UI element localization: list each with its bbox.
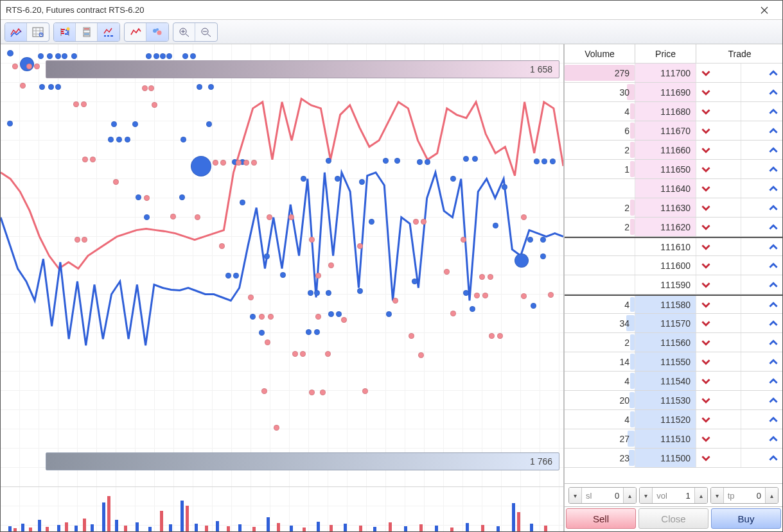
dom-sell-cell[interactable] xyxy=(696,141,741,159)
time-grid-button[interactable] xyxy=(27,23,49,41)
sell-bubble xyxy=(300,351,306,357)
buy-bubble xyxy=(180,137,186,142)
dom-buy-cell[interactable] xyxy=(741,238,782,255)
dom-buy-cell[interactable] xyxy=(741,121,782,140)
dom-sell-cell[interactable] xyxy=(696,83,741,101)
vol-increment-button[interactable]: ▴ xyxy=(694,488,707,503)
dom-buy-cell[interactable] xyxy=(741,449,782,467)
sell-bubble xyxy=(220,160,226,166)
dom-row[interactable]: 6111670 xyxy=(565,121,782,141)
dom-sell-cell[interactable] xyxy=(696,275,741,294)
dom-buy-cell[interactable] xyxy=(741,160,782,178)
dom-buy-cell[interactable] xyxy=(741,410,782,429)
dom-row[interactable]: 111600 xyxy=(565,256,782,275)
dom-buy-cell[interactable] xyxy=(741,333,782,352)
sell-button[interactable]: Sell xyxy=(566,508,636,529)
dom-buy-cell[interactable] xyxy=(741,275,782,294)
dom-buy-cell[interactable] xyxy=(741,372,782,390)
dom-sell-cell[interactable] xyxy=(696,160,741,178)
dom-row[interactable]: 4111540 xyxy=(565,372,782,391)
dom-row[interactable]: 23111500 xyxy=(565,449,782,468)
dom-row[interactable]: 1111650 xyxy=(565,160,782,179)
tick-chart-button[interactable] xyxy=(5,23,27,41)
dom-buy-cell[interactable] xyxy=(741,198,782,217)
vol-spinner[interactable]: ▾ vol1 ▴ xyxy=(639,487,707,504)
depth-bars-button[interactable] xyxy=(54,23,76,41)
vol-decrement-button[interactable]: ▾ xyxy=(640,488,653,503)
dom-row[interactable]: 4111580 xyxy=(565,295,782,314)
dom-row[interactable]: 27111510 xyxy=(565,429,782,449)
dom-sell-cell[interactable] xyxy=(696,238,741,255)
dom-sell-cell[interactable] xyxy=(696,102,741,121)
zoom-out-button[interactable] xyxy=(195,23,217,41)
dom-sell-cell[interactable] xyxy=(696,314,741,332)
dom-buy-cell[interactable] xyxy=(741,296,782,313)
buy-button[interactable]: Buy xyxy=(711,508,781,529)
window-close-button[interactable] xyxy=(752,1,777,19)
dom-sell-cell[interactable] xyxy=(696,372,741,390)
dom-row[interactable]: 2111560 xyxy=(565,333,782,352)
dom-buy-cell[interactable] xyxy=(741,141,782,159)
dom-price-cell: 111690 xyxy=(635,83,696,101)
dom-row[interactable]: 4111680 xyxy=(565,102,782,121)
zoom-in-button[interactable] xyxy=(173,23,195,41)
chevron-down-icon xyxy=(701,107,710,116)
dom-buy-cell[interactable] xyxy=(741,352,782,371)
dom-buy-cell[interactable] xyxy=(741,256,782,275)
dom-price-cell: 111600 xyxy=(635,256,696,275)
dom-row[interactable]: 2111630 xyxy=(565,198,782,218)
tp-decrement-button[interactable]: ▾ xyxy=(711,488,724,503)
dom-buy-cell[interactable] xyxy=(741,391,782,409)
dom-row[interactable]: 20111530 xyxy=(565,391,782,410)
dom-row[interactable]: 111610 xyxy=(565,237,782,256)
dom-buy-cell[interactable] xyxy=(741,179,782,198)
dom-sell-cell[interactable] xyxy=(696,449,741,467)
dom-sell-cell[interactable] xyxy=(696,121,741,140)
bubble-trades-button[interactable] xyxy=(146,23,168,41)
dom-sell-cell[interactable] xyxy=(696,333,741,352)
dom-sell-cell[interactable] xyxy=(696,391,741,409)
dom-sell-cell[interactable] xyxy=(696,198,741,217)
dom-row[interactable]: 30111690 xyxy=(565,83,782,102)
dom-row[interactable]: 111640 xyxy=(565,179,782,198)
dom-row[interactable]: 2111620 xyxy=(565,218,782,237)
dom-sell-cell[interactable] xyxy=(696,256,741,275)
dom-volume-cell: 23 xyxy=(565,449,635,467)
indicators-icon xyxy=(103,27,114,37)
indicators-button[interactable] xyxy=(98,23,119,41)
dom-buy-cell[interactable] xyxy=(741,218,782,236)
sl-decrement-button[interactable]: ▾ xyxy=(569,488,582,503)
dom-sell-cell[interactable] xyxy=(696,352,741,371)
dom-sell-cell[interactable] xyxy=(696,296,741,313)
dom-row[interactable]: 14111550 xyxy=(565,352,782,372)
sl-increment-button[interactable]: ▴ xyxy=(623,488,636,503)
tp-increment-button[interactable]: ▴ xyxy=(765,488,778,503)
dom-buy-cell[interactable] xyxy=(741,64,782,82)
dom-row[interactable]: 2111660 xyxy=(565,141,782,160)
buy-bubble xyxy=(39,84,45,90)
depth-ladder-button[interactable] xyxy=(76,23,98,41)
dom-price-cell: 111680 xyxy=(635,102,696,121)
dom-buy-cell[interactable] xyxy=(741,102,782,121)
sell-bubble xyxy=(418,352,424,358)
dom-buy-cell[interactable] xyxy=(741,429,782,448)
dom-sell-cell[interactable] xyxy=(696,64,741,82)
tp-spinner[interactable]: ▾ tp0 ▴ xyxy=(710,487,779,504)
volume-bar xyxy=(65,522,68,531)
dom-sell-cell[interactable] xyxy=(696,429,741,448)
chart-pane[interactable]: 1 658 1 766 xyxy=(1,44,564,531)
dom-row[interactable]: 4111520 xyxy=(565,410,782,429)
sl-spinner[interactable]: ▾ sl0 ▴ xyxy=(568,487,637,504)
dom-row[interactable]: 34111570 xyxy=(565,314,782,333)
dom-sell-cell[interactable] xyxy=(696,179,741,198)
dom-sell-cell[interactable] xyxy=(696,218,741,236)
dom-buy-cell[interactable] xyxy=(741,314,782,332)
single-line-button[interactable] xyxy=(125,23,146,41)
dom-row[interactable]: 279111700 xyxy=(565,64,782,83)
close-position-button[interactable]: Close xyxy=(638,508,708,529)
volume-bar xyxy=(359,526,362,531)
buy-bubble xyxy=(502,184,507,190)
dom-row[interactable]: 111590 xyxy=(565,275,782,295)
dom-sell-cell[interactable] xyxy=(696,410,741,429)
dom-buy-cell[interactable] xyxy=(741,83,782,101)
